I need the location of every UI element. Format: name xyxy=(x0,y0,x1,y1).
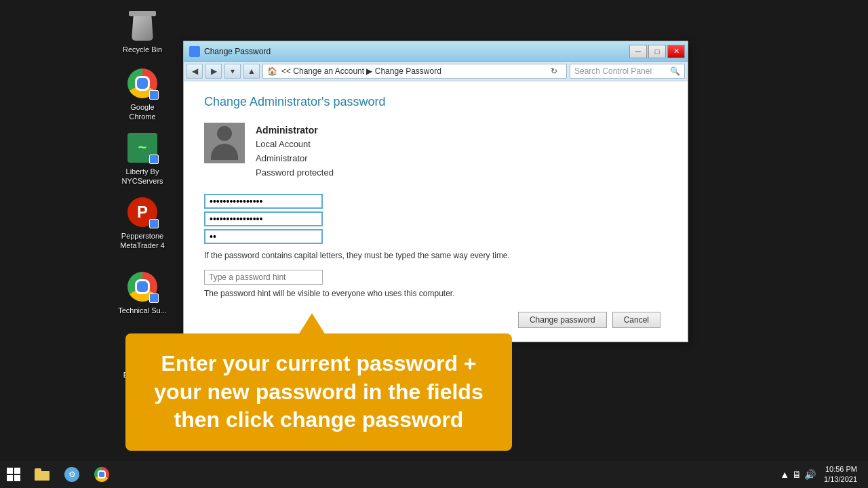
maximize-button[interactable]: □ xyxy=(648,45,666,58)
up-arrow-icon[interactable]: ▲ xyxy=(780,469,789,480)
avatar-body xyxy=(211,144,238,160)
desktop: Recycle Bin Google Chrome ~ Liberty By N… xyxy=(0,0,868,488)
user-info: Administrator Local Account Administrato… xyxy=(204,123,667,180)
search-icon[interactable]: 🔍 xyxy=(670,66,680,76)
taskbar-item-file-explorer[interactable] xyxy=(27,461,57,488)
back-button[interactable]: ◀ xyxy=(186,64,203,79)
taskbar-right: ▲ 🖥 🔊 10:56 PM 1/13/2021 xyxy=(780,461,868,488)
new-password-input[interactable] xyxy=(204,211,323,226)
user-details: Administrator Local Account Administrato… xyxy=(256,123,334,180)
taskbar-time-display: 10:56 PM xyxy=(824,464,857,474)
refresh-button[interactable]: ↻ xyxy=(546,64,562,79)
window-title-left: Change Password xyxy=(189,46,271,57)
desktop-icon-technical[interactable]: Technical Su... xyxy=(115,268,170,318)
window-content: Change Administrator's password Administ… xyxy=(184,81,688,342)
window-title-text: Change Password xyxy=(204,47,271,56)
address-icon: 🏠 xyxy=(267,66,277,76)
taskbar-item-control-panel[interactable]: ⚙ xyxy=(57,461,87,488)
search-input[interactable]: Search Control Panel 🔍 xyxy=(570,64,685,79)
current-password-input[interactable] xyxy=(204,194,323,209)
window-controls: ─ □ ✕ xyxy=(629,45,685,58)
cancel-button[interactable]: Cancel xyxy=(612,312,660,328)
desktop-icon-pepperstone[interactable]: P Pepperstone MetaTrader 4 xyxy=(115,193,170,253)
pepperstone-label: Pepperstone MetaTrader 4 xyxy=(118,231,167,251)
search-placeholder: Search Control Panel xyxy=(574,66,652,76)
recycle-bin-label: Recycle Bin xyxy=(123,45,162,54)
control-panel-icon: ⚙ xyxy=(64,467,79,482)
close-button[interactable]: ✕ xyxy=(667,45,685,58)
system-tray: ▲ 🖥 🔊 xyxy=(780,469,816,480)
password-hint-input[interactable] xyxy=(204,270,323,285)
user-avatar xyxy=(204,123,245,163)
taskbar: ⚙ ▲ 🖥 🔊 10:56 PM 1/13/2021 xyxy=(0,461,868,488)
desktop-icon-recycle-bin[interactable]: Recycle Bin xyxy=(115,7,170,57)
page-heading: Change Administrator's password xyxy=(204,95,667,109)
start-button[interactable] xyxy=(0,461,27,488)
volume-icon[interactable]: 🔊 xyxy=(804,469,816,480)
taskbar-item-chrome[interactable] xyxy=(87,461,117,488)
taskbar-items: ⚙ xyxy=(27,461,780,488)
windows-logo-icon xyxy=(7,468,20,481)
minimize-button[interactable]: ─ xyxy=(629,45,647,58)
user-account-type: Local Account xyxy=(256,138,334,152)
dropdown-button[interactable]: ▾ xyxy=(224,64,241,79)
confirm-password-input[interactable] xyxy=(204,229,323,244)
callout-pointer xyxy=(298,313,326,335)
hint-text: If the password contains capital letters… xyxy=(204,251,667,260)
avatar-silhouette xyxy=(208,126,241,160)
password-fields xyxy=(204,194,667,244)
technical-label: Technical Su... xyxy=(118,306,167,315)
folder-icon xyxy=(35,468,50,481)
up-button[interactable]: ▲ xyxy=(243,64,260,79)
address-bar: ◀ ▶ ▾ ▲ 🏠 << Change an Account ▶ Change … xyxy=(184,62,688,81)
user-status: Password protected xyxy=(256,166,334,180)
network-icon[interactable]: 🖥 xyxy=(792,469,802,480)
window-icon xyxy=(189,46,200,57)
chrome-taskbar-icon xyxy=(94,467,109,482)
taskbar-date-display: 1/13/2021 xyxy=(824,474,857,485)
user-name: Administrator xyxy=(256,123,334,138)
avatar-head xyxy=(217,126,232,141)
address-path[interactable]: 🏠 << Change an Account ▶ Change Password… xyxy=(262,64,567,79)
user-role: Administrator xyxy=(256,152,334,166)
callout-text: Enter your current password +your new pa… xyxy=(144,350,493,434)
action-buttons: Change password Cancel xyxy=(204,312,667,328)
forward-button[interactable]: ▶ xyxy=(205,64,222,79)
desktop-icon-liberty[interactable]: ~ Liberty By NYCServers xyxy=(115,129,170,189)
change-password-button[interactable]: Change password xyxy=(518,312,607,328)
desktop-icon-chrome-1[interactable]: Google Chrome xyxy=(115,64,170,125)
liberty-label: Liberty By NYCServers xyxy=(118,167,167,186)
chrome-1-label: Google Chrome xyxy=(118,102,167,122)
taskbar-clock[interactable]: 10:56 PM 1/13/2021 xyxy=(818,464,863,485)
hint-note: The password hint will be visible to eve… xyxy=(204,289,667,298)
address-text: << Change an Account ▶ Change Password xyxy=(281,66,441,76)
change-password-window: Change Password ─ □ ✕ ◀ ▶ ▾ ▲ 🏠 << Chang… xyxy=(183,41,688,342)
callout-annotation: Enter your current password +your new pa… xyxy=(125,333,512,451)
window-titlebar: Change Password ─ □ ✕ xyxy=(184,41,688,62)
